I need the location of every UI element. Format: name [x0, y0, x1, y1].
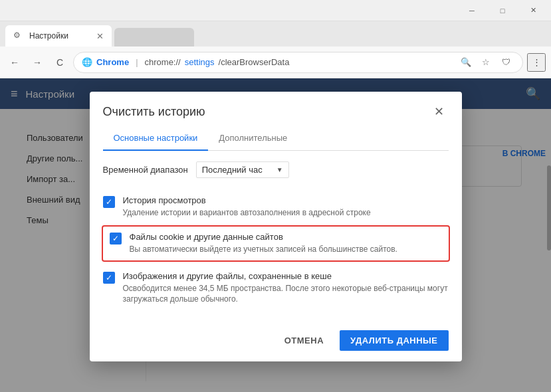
url-suffix: /clearBrowserData — [219, 57, 290, 67]
cache-checkbox[interactable]: ✓ — [103, 272, 115, 284]
cache-label: Изображения и другие файлы, сохраненные … — [123, 271, 449, 281]
delete-data-button[interactable]: УДАЛИТЬ ДАННЫЕ — [340, 330, 448, 351]
modal-title: Очистить историю — [103, 105, 205, 119]
history-content: История просмотров Удаление истории и ва… — [123, 195, 371, 219]
modal-header: Очистить историю ✕ — [90, 92, 462, 121]
minimize-button[interactable]: ─ — [457, 0, 487, 21]
secure-icon: 🌐 — [82, 57, 92, 67]
cache-desc: Освободится менее 34,5 МБ пространства. … — [123, 283, 449, 306]
tab-favicon: ⚙ — [13, 31, 24, 41]
shield-icon-btn[interactable]: 🛡 — [497, 54, 514, 71]
modal-footer: ОТМЕНА УДАЛИТЬ ДАННЫЕ — [90, 322, 462, 361]
dropdown-arrow-icon: ▼ — [276, 166, 283, 173]
modal-body: Временной диапазон Последний час ▼ ✓ Ист… — [90, 151, 462, 322]
chrome-menu-button[interactable]: ⋮ — [527, 53, 546, 72]
bookmark-icon-btn[interactable]: ☆ — [477, 54, 495, 71]
tab-close-button[interactable]: ✕ — [96, 31, 104, 41]
checkbox-item-history: ✓ История просмотров Удаление истории и … — [103, 189, 449, 225]
check-icon-cookies: ✓ — [112, 234, 119, 243]
checkbox-item-cache: ✓ Изображения и другие файлы, сохраненны… — [103, 264, 449, 312]
search-icon-btn[interactable]: 🔍 — [457, 54, 475, 71]
address-bar: ← → C 🌐 Chrome | chrome://settings/clear… — [0, 47, 551, 78]
tab-advanced[interactable]: Дополнительные — [208, 126, 298, 151]
window-close-button[interactable]: ✕ — [518, 0, 548, 21]
time-range-value: Последний час — [202, 165, 263, 175]
url-prefix: chrome:// — [145, 57, 181, 67]
time-range-row: Временной диапазон Последний час ▼ — [103, 161, 449, 178]
cookies-desc: Вы автоматически выйдете из учетных запи… — [130, 244, 397, 255]
url-separator: | — [136, 57, 138, 67]
cache-content: Изображения и другие файлы, сохраненные … — [123, 271, 449, 306]
cookies-content: Файлы cookie и другие данные сайтов Вы а… — [130, 232, 397, 255]
main-area: ≡ Настройки 🔍 Пользователи Другие поль..… — [0, 78, 551, 392]
refresh-button[interactable]: C — [51, 53, 69, 72]
history-label: История просмотров — [123, 195, 371, 205]
tab-bar: ⚙ Настройки ✕ — [0, 21, 551, 47]
active-tab[interactable]: ⚙ Настройки ✕ — [5, 25, 112, 47]
checkbox-item-cookies: ✓ Файлы cookie и другие данные сайтов Вы… — [102, 225, 450, 262]
cookies-checkbox[interactable]: ✓ — [110, 233, 122, 245]
modal-tabs: Основные настройки Дополнительные — [103, 126, 449, 151]
title-bar: ─ □ ✕ — [0, 0, 551, 21]
url-action-icons: 🔍 ☆ 🛡 — [457, 54, 514, 71]
modal-close-button[interactable]: ✕ — [430, 102, 449, 121]
clear-history-modal: Очистить историю ✕ Основные настройки До… — [90, 92, 462, 361]
tab-basic-settings[interactable]: Основные настройки — [103, 126, 209, 151]
history-checkbox[interactable]: ✓ — [103, 196, 115, 208]
active-tab-label: Настройки — [29, 31, 68, 41]
history-desc: Удаление истории и вариантов автозаполне… — [123, 207, 371, 219]
forward-button[interactable]: → — [28, 53, 47, 72]
maximize-button[interactable]: □ — [487, 0, 518, 21]
cancel-button[interactable]: ОТМЕНА — [274, 330, 334, 351]
window-controls: ─ □ ✕ — [457, 0, 548, 21]
time-range-label: Временной диапазон — [103, 165, 188, 175]
cookies-label: Файлы cookie и другие данные сайтов — [130, 232, 397, 242]
back-button[interactable]: ← — [5, 53, 24, 72]
url-bar[interactable]: 🌐 Chrome | chrome://settings/clearBrowse… — [73, 52, 523, 73]
url-brand: Chrome — [96, 57, 129, 67]
url-settings: settings — [185, 57, 215, 67]
inactive-tab[interactable] — [114, 28, 194, 47]
time-range-select[interactable]: Последний час ▼ — [196, 161, 289, 178]
modal-overlay: Очистить историю ✕ Основные настройки До… — [0, 78, 551, 392]
check-icon-cache: ✓ — [106, 273, 112, 282]
check-icon: ✓ — [106, 197, 112, 207]
